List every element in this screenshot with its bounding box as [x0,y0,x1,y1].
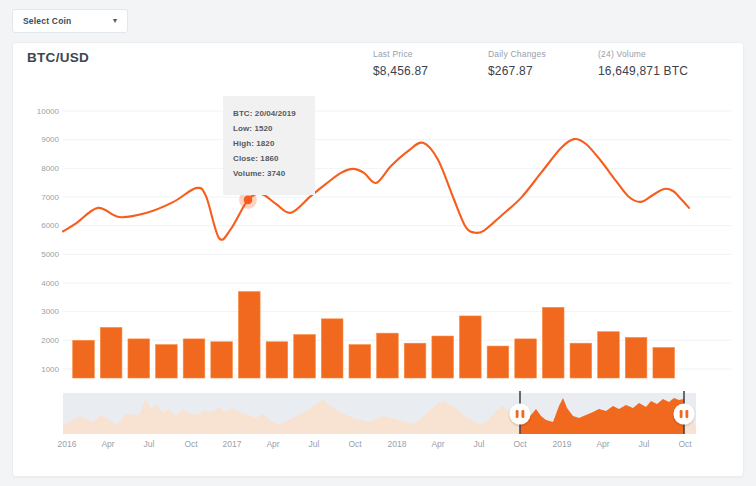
tooltip-volume: Volume: 3740 [233,166,305,181]
volume-bar [625,337,647,378]
brush-handle-left[interactable] [510,404,531,425]
x-axis-label: Oct [513,439,527,449]
pause-icon [516,410,519,418]
x-axis-label: Oct [184,439,198,449]
stat-last-price: Last Price $8,456.87 [373,49,428,78]
volume-bar [238,292,260,378]
stat-value: 16,649,871 BTC [598,64,688,78]
volume-bar [515,339,537,378]
volume-bar [211,342,233,378]
card-header: BTC/USD Last Price $8,456.87 Daily Chang… [13,43,743,85]
volume-bar [487,346,509,378]
x-axis-label: Apr [596,439,609,449]
y-tick-label: 2000 [41,336,59,345]
volume-bar [156,345,178,378]
volume-bar [321,319,343,378]
y-tick-label: 6000 [41,221,59,230]
x-axis-label: Jul [639,439,650,449]
volume-bar [570,343,592,378]
stat-value: $8,456.87 [373,64,428,78]
x-axis-label: 2018 [388,439,407,449]
coin-select-label: Select Coin [23,16,72,26]
stat-label: (24) Volume [598,49,688,59]
coin-select-dropdown[interactable]: Select Coin ▾ [12,9,128,33]
volume-bar [653,348,675,379]
x-axis-label: Apr [101,439,114,449]
volume-bar [266,342,288,378]
y-tick-label: 3000 [41,307,59,316]
stat-value: $267.87 [488,64,546,78]
price-line [63,139,689,240]
stat-label: Last Price [373,49,428,59]
volume-bar [100,327,122,378]
y-tick-label: 5000 [41,250,59,259]
tooltip-low: Low: 1520 [233,121,305,136]
stat-daily-changes: Daily Changes $267.87 [488,49,546,78]
volume-bar [404,343,426,378]
y-tick-label: 9000 [41,135,59,144]
volume-bar [598,332,620,378]
x-axis-label: Jul [144,439,155,449]
x-axis-label: Jul [309,439,320,449]
brush-handle-right[interactable] [674,404,695,425]
stat-label: Daily Changes [488,49,546,59]
volume-bar [128,339,150,378]
price-volume-chart[interactable]: 1000090008000700060005000400030002000100… [13,85,745,478]
x-axis-label: Apr [431,439,444,449]
volume-bar [432,336,454,378]
tooltip-close: Close: 1860 [233,151,305,166]
x-axis-label: Oct [348,439,362,449]
pair-title: BTC/USD [27,50,89,65]
x-axis-label: Oct [678,439,692,449]
marker-dot [244,196,253,205]
volume-bar [183,339,205,378]
volume-bar [542,307,564,378]
x-axis-label: 2016 [58,439,77,449]
chart-area: 1000090008000700060005000400030002000100… [13,85,745,478]
chart-tooltip: BTC: 20/04/2019 Low: 1520 High: 1820 Clo… [223,96,315,195]
y-tick-label: 7000 [41,193,59,202]
stat-volume-24: (24) Volume 16,649,871 BTC [598,49,688,78]
tooltip-high: High: 1820 [233,136,305,151]
volume-bar [377,333,399,378]
x-axis-label: 2017 [223,439,242,449]
volume-bar [349,345,371,378]
chart-card: BTC/USD Last Price $8,456.87 Daily Chang… [12,42,744,477]
y-tick-label: 10000 [37,107,60,116]
pause-icon [686,410,689,418]
y-tick-label: 1000 [41,365,59,374]
chevron-down-icon: ▾ [113,17,117,25]
volume-bar [294,335,316,378]
x-axis-label: Jul [474,439,485,449]
x-axis-label: Apr [266,439,279,449]
pause-icon [522,410,525,418]
y-tick-label: 8000 [41,164,59,173]
volume-bar [460,316,482,378]
x-axis-label: 2019 [553,439,572,449]
volume-bar [73,340,95,378]
y-tick-label: 4000 [41,279,59,288]
crypto-dashboard: { "coin_select": { "label": "Select Coin… [0,0,756,486]
pause-icon [680,410,683,418]
tooltip-date: BTC: 20/04/2019 [233,106,305,121]
